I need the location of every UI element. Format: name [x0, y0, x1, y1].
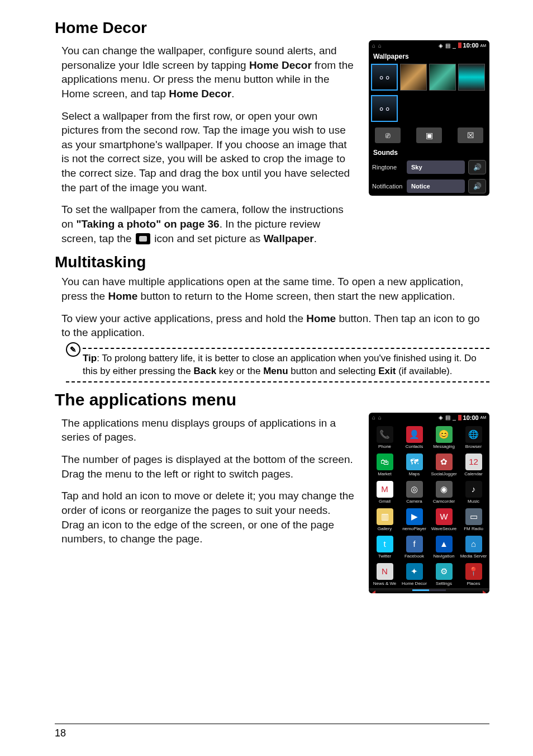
app-label: Places [467, 581, 480, 586]
app-icon: 🗺 [406, 453, 423, 470]
text-bold: Home Decor [249, 59, 312, 71]
app-gmail[interactable]: MGmail [370, 480, 399, 505]
app-gallery[interactable]: ▥Gallery [370, 507, 399, 532]
wallpaper-row-1: ∘∘ [369, 62, 489, 93]
home-decor-p1: You can change the wallpaper, configure … [61, 44, 356, 101]
app-label: nemoPlayer [402, 526, 426, 531]
app-maps[interactable]: 🗺Maps [399, 452, 429, 478]
multitasking-text: You can have multiple applications open … [61, 275, 489, 382]
wallpaper-row-2: ∘∘ [369, 93, 489, 124]
app-browser[interactable]: 🌐Browser [459, 425, 488, 450]
app-icon: ▲ [436, 536, 453, 552]
app-news-we[interactable]: NNews & We [370, 562, 399, 587]
wallpaper-thumb-2[interactable] [400, 64, 427, 91]
notification-value-button[interactable]: Notice [407, 179, 465, 193]
app-messaging[interactable]: 😊Messaging [429, 425, 459, 450]
app-icon: 📞 [377, 426, 393, 443]
status-left-icons-2: ⌂ ⌂ [372, 414, 382, 420]
ringtone-preview-button[interactable]: 🔊 [468, 160, 486, 174]
apps-menu-text: The applications menu displays groups of… [61, 413, 356, 554]
app-icon: 📍 [465, 563, 482, 580]
tip-icon: ✎ [66, 342, 80, 357]
app-calendar[interactable]: 12Calendar [459, 452, 488, 478]
app-twitter[interactable]: tTwitter [370, 535, 399, 560]
page-number: 18 [55, 724, 489, 739]
app-label: Twitter [378, 554, 392, 559]
app-label: Camcorder [433, 499, 455, 504]
apps-menu-row: The applications menu displays groups of… [55, 413, 489, 593]
app-label: Home Decor [402, 581, 427, 586]
multitasking-p1: You can have multiple applications open … [61, 275, 489, 303]
picture-action-icon[interactable]: ☒ [458, 127, 483, 143]
app-icon: ◎ [406, 481, 423, 498]
wifi-icon: ◈ [439, 414, 443, 420]
app-music[interactable]: ♪Music [459, 480, 488, 505]
app-icon: 😊 [436, 426, 453, 443]
camera-icon [136, 233, 150, 244]
text: . [231, 88, 234, 100]
text-bold: Back [193, 366, 216, 376]
app-settings[interactable]: ⚙Settings [429, 562, 459, 587]
status-ampm: AM [480, 44, 487, 48]
apps-grid: 📞Phone👤Contacts😊Messaging🌐Browser🛍Market… [369, 423, 489, 588]
tip-box: ✎ Tip: To prolong battery life, it is be… [66, 348, 489, 382]
app-label: Settings [436, 581, 452, 586]
text: icon and set picture as [151, 233, 264, 244]
status-time: 10:00 [463, 42, 479, 49]
tip-rule-bottom [66, 381, 489, 382]
app-icon: ⚙ [436, 563, 453, 580]
wallpaper-thumb-4[interactable] [458, 64, 485, 91]
pager-segment-current [412, 589, 429, 591]
app-label: Facebook [404, 554, 424, 559]
app-icon: 🌐 [465, 426, 482, 443]
text-bold: Home [306, 313, 336, 324]
notification-preview-button[interactable]: 🔊 [468, 179, 486, 193]
app-label: Gallery [378, 526, 392, 531]
app-icon: ⌂ [465, 536, 482, 552]
text-bold: Home [108, 290, 137, 302]
app-icon: ◉ [436, 481, 453, 498]
app-socialjogger[interactable]: ✿SocialJogger [429, 452, 459, 478]
app-label: Maps [409, 471, 420, 476]
notification-row: Notification Notice 🔊 [369, 177, 489, 196]
app-home-decor[interactable]: ✦Home Decor [399, 562, 429, 587]
app-label: News & We [373, 581, 397, 586]
app-contacts[interactable]: 👤Contacts [399, 425, 429, 450]
camera-action-icon[interactable]: ▣ [416, 127, 442, 143]
app-camcorder[interactable]: ◉Camcorder [429, 480, 459, 505]
app-phone[interactable]: 📞Phone [370, 425, 399, 450]
phone-apps: ⌂ ⌂ ◈ ▤ ⎯ 10:00 AM 📞Phone👤Contacts😊Messa… [369, 413, 489, 593]
gallery-icon[interactable]: ⎚ [375, 127, 401, 143]
pager[interactable] [369, 588, 489, 593]
app-navigation[interactable]: ▲Navigation [429, 535, 459, 560]
heading-apps-menu: The applications menu [55, 390, 489, 409]
app-icon: ▶ [406, 508, 423, 525]
app-facebook[interactable]: fFacebook [399, 535, 429, 560]
app-label: Music [468, 499, 479, 504]
app-wavesecure[interactable]: WWaveSecure [429, 507, 459, 532]
app-nemoplayer[interactable]: ▶nemoPlayer [399, 507, 429, 532]
status-right-icons-2: ◈ ▤ ⎯ [439, 414, 461, 420]
tip-rule-top [83, 348, 489, 349]
app-fm-radio[interactable]: ▭FM Radio [459, 507, 488, 532]
app-icon: M [377, 481, 393, 498]
app-label: Navigation [434, 554, 455, 559]
home-decor-p2: Select a wallpaper from the first row, o… [61, 109, 356, 195]
wallpaper-user-thumb[interactable]: ∘∘ [371, 95, 398, 122]
app-icon: ▥ [377, 508, 393, 525]
text: . [314, 233, 317, 244]
app-icon: W [436, 508, 453, 525]
home-decor-text: You can change the wallpaper, configure … [61, 40, 356, 253]
wallpaper-thumb-3[interactable] [429, 64, 456, 91]
wallpaper-thumb-1[interactable]: ∘∘ [371, 64, 398, 91]
app-icon: ✦ [406, 563, 423, 580]
app-market[interactable]: 🛍Market [370, 452, 399, 478]
app-places[interactable]: 📍Places [459, 562, 488, 587]
heading-home-decor: Home Decor [55, 19, 489, 37]
ringtone-value-button[interactable]: Sky [407, 160, 465, 174]
app-icon: 🛍 [377, 453, 393, 470]
app-label: Calendar [464, 471, 482, 476]
app-media-server[interactable]: ⌂Media Server [459, 535, 488, 560]
app-icon: f [406, 536, 423, 552]
app-camera[interactable]: ◎Camera [399, 480, 429, 505]
